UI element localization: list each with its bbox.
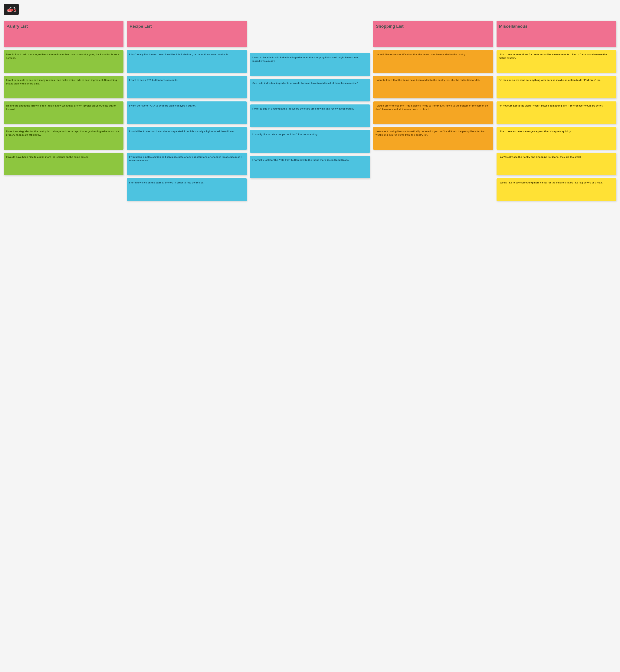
note-shopping_recipe-2: I want to add in a rating at the top whe… — [250, 104, 370, 127]
note-recipe-5: I normally click on the stars at the top… — [127, 178, 247, 201]
note-text-recipe-4: I would like a notes section so I can ma… — [129, 155, 244, 162]
column-header-label-misc: Miscellaneous — [499, 24, 527, 29]
logo-recipe-text: RECIPE — [7, 7, 16, 9]
note-pantry-4: It would have been nice to add in more i… — [4, 153, 123, 175]
note-text-recipe-3: I would like to see lunch and dinner sep… — [129, 130, 244, 133]
note-text-shopping-1: I want to know that the items have been … — [375, 79, 491, 82]
column-header-label-recipe: Recipe List — [130, 24, 152, 29]
note-text-recipe-0: I don't really like the red color, I fee… — [129, 53, 244, 56]
note-shopping_recipe-0: I want to be able to add individual ingr… — [250, 53, 370, 76]
note-text-misc-3: I like to see success messages appear th… — [499, 130, 614, 133]
note-text-pantry-0: I would like to add more ingredients at … — [6, 53, 121, 60]
note-misc-2: I'm not sure about the word "Need", mayb… — [497, 101, 616, 124]
column-header-shopping: Shopping List — [373, 21, 493, 47]
note-misc-0: I like to see more options for preferenc… — [497, 50, 616, 73]
note-text-recipe-1: I want to see a CTA button to view resul… — [129, 79, 244, 82]
note-text-shopping_recipe-1: Can I add individual ingredients or woul… — [252, 82, 368, 85]
column-recipe: Recipe ListI don't really like the red c… — [127, 21, 247, 201]
note-misc-5: I would like to see something more visua… — [497, 178, 616, 201]
note-text-shopping_recipe-3: I usually like to rate a recipe but I do… — [252, 133, 368, 136]
note-text-shopping_recipe-2: I want to add in a rating at the top whe… — [252, 107, 368, 111]
note-shopping-2: I would prefer to see the "Add Selected … — [373, 101, 493, 124]
note-pantry-1: I want to be able to see how many recipe… — [4, 76, 123, 98]
note-text-misc-5: I would like to see something more visua… — [499, 181, 614, 185]
note-recipe-0: I don't really like the red color, I fee… — [127, 50, 247, 73]
note-text-misc-2: I'm not sure about the word "Need", mayb… — [499, 104, 614, 108]
note-pantry-0: I would like to add more ingredients at … — [4, 50, 123, 73]
note-shopping_recipe-3: I usually like to rate a recipe but I do… — [250, 130, 370, 153]
column-header-pantry: Pantry List — [4, 21, 123, 47]
app-logo: RECIPE HERO — [4, 4, 19, 15]
note-recipe-3: I would like to see lunch and dinner sep… — [127, 127, 247, 150]
note-text-recipe-5: I normally click on the stars at the top… — [129, 181, 244, 185]
note-shopping-1: I want to know that the items have been … — [373, 76, 493, 98]
column-shopping_recipe: I want to be able to add individual ingr… — [250, 21, 370, 178]
note-text-shopping_recipe-0: I want to be able to add individual ingr… — [252, 56, 368, 63]
column-pantry: Pantry ListI would like to add more ingr… — [4, 21, 123, 175]
note-recipe-2: I want the "Done" CTA to be more visible… — [127, 101, 247, 124]
note-text-pantry-1: I want to be able to see how many recipe… — [6, 79, 121, 86]
note-text-misc-1: I'm muslim so we can't eat anything with… — [499, 79, 614, 82]
note-text-shopping_recipe-4: I normally look for the "rate this" butt… — [252, 158, 368, 162]
note-shopping-3: How about having items automatically rem… — [373, 127, 493, 150]
app-header: RECIPE HERO — [4, 4, 616, 15]
note-shopping_recipe-1: Can I add individual ingredients or woul… — [250, 79, 370, 101]
note-pantry-2: I'm unsure about the arrows, I don't rea… — [4, 101, 123, 124]
note-text-shopping-3: How about having items automatically rem… — [375, 130, 491, 137]
note-text-misc-4: I can't really see the Pantry and Shoppi… — [499, 155, 614, 159]
note-text-shopping-0: I would like to see a notification that … — [375, 53, 491, 56]
logo-hero-text: HERO — [7, 9, 16, 12]
note-text-shopping-2: I would prefer to see the "Add Selected … — [375, 104, 491, 111]
note-text-misc-0: I like to see more options for preferenc… — [499, 53, 614, 60]
note-text-pantry-4: It would have been nice to add in more i… — [6, 155, 121, 159]
note-recipe-1: I want to see a CTA button to view resul… — [127, 76, 247, 98]
note-misc-1: I'm muslim so we can't eat anything with… — [497, 76, 616, 98]
note-text-recipe-2: I want the "Done" CTA to be more visible… — [129, 104, 244, 108]
column-header-misc: Miscellaneous — [497, 21, 616, 47]
note-pantry-3: I love the categories for the pantry lis… — [4, 127, 123, 150]
column-misc: MiscellaneousI like to see more options … — [497, 21, 616, 201]
note-shopping-0: I would like to see a notification that … — [373, 50, 493, 73]
column-header-label-shopping: Shopping List — [376, 24, 404, 29]
note-text-pantry-2: I'm unsure about the arrows, I don't rea… — [6, 104, 121, 111]
note-shopping_recipe-4: I normally look for the "rate this" butt… — [250, 156, 370, 178]
note-misc-3: I like to see success messages appear th… — [497, 127, 616, 150]
note-text-pantry-3: I love the categories for the pantry lis… — [6, 130, 121, 137]
column-header-label-pantry: Pantry List — [6, 24, 28, 29]
note-misc-4: I can't really see the Pantry and Shoppi… — [497, 153, 616, 175]
note-recipe-4: I would like a notes section so I can ma… — [127, 153, 247, 175]
column-header-recipe: Recipe List — [127, 21, 247, 47]
column-shopping: Shopping ListI would like to see a notif… — [373, 21, 493, 150]
affinity-board: Pantry ListI would like to add more ingr… — [4, 21, 616, 201]
